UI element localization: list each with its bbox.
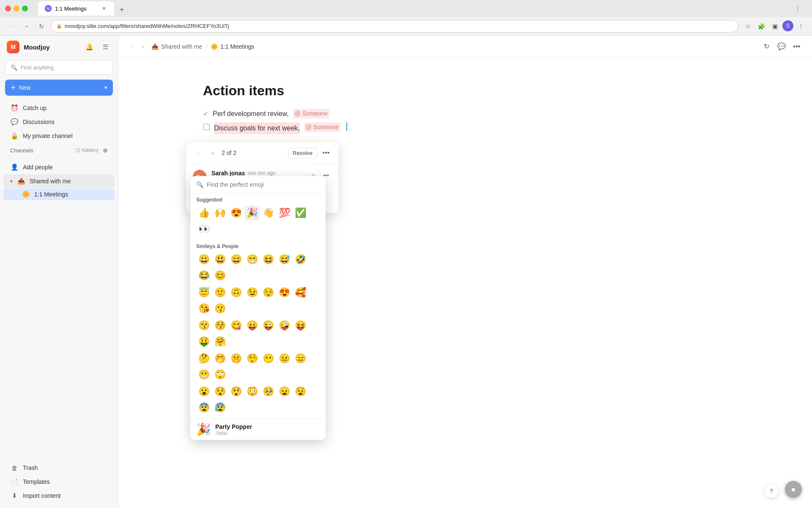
- emoji-relieved[interactable]: 😌: [261, 285, 276, 300]
- new-tab-btn[interactable]: +: [116, 4, 128, 16]
- emoji-heart-eyes[interactable]: 😍: [277, 285, 292, 300]
- emoji-shushing[interactable]: 🤭: [212, 351, 228, 366]
- bookmark-btn[interactable]: ☆: [742, 20, 754, 32]
- emoji-zany[interactable]: 🤪: [277, 318, 292, 333]
- emoji-hushed[interactable]: 😯: [212, 384, 228, 399]
- sidebar-item-templates[interactable]: 📄 Templates: [3, 475, 115, 489]
- emoji-no-mouth[interactable]: 😶: [261, 351, 276, 366]
- minimize-window-btn[interactable]: [14, 6, 19, 11]
- new-button[interactable]: + New ▾: [5, 80, 113, 96]
- emoji-anguished[interactable]: 😧: [293, 384, 308, 399]
- comment-next-btn[interactable]: ›: [207, 147, 218, 158]
- back-btn[interactable]: ←: [5, 20, 17, 32]
- sidebar-item-shared-with-me[interactable]: ▾ 📤 Shared with me: [3, 174, 115, 188]
- sidebar-item-trash[interactable]: 🗑 Trash: [3, 461, 115, 475]
- browser-more-btn[interactable]: ⋮: [792, 3, 804, 14]
- more-options-btn[interactable]: •••: [790, 40, 804, 53]
- emoji-grimacing[interactable]: 😬: [196, 367, 211, 382]
- reload-btn[interactable]: ↻: [36, 20, 47, 32]
- browser-menu-btn[interactable]: ⋮: [795, 20, 807, 32]
- emoji-smiley[interactable]: 😃: [212, 252, 228, 267]
- emoji-smile[interactable]: 😄: [228, 252, 244, 267]
- emoji-expressionless[interactable]: 😑: [293, 351, 308, 366]
- sidebar-item-discussions[interactable]: 💬 Discussions: [3, 115, 115, 129]
- emoji-upside-down[interactable]: 🙃: [228, 285, 244, 300]
- emoji-roll-eyes[interactable]: 🙄: [212, 367, 228, 382]
- comment-btn[interactable]: 💬: [775, 40, 788, 53]
- emoji-fearful[interactable]: 😨: [196, 400, 211, 415]
- emoji-lying[interactable]: 🤥: [244, 351, 260, 366]
- emoji-wink-tongue[interactable]: 😜: [261, 318, 276, 333]
- emoji-pleading[interactable]: 🥺: [261, 384, 276, 399]
- sidebar-item-1-1-meetings[interactable]: 🌼 1:1 Meetings: [3, 188, 115, 200]
- notification-btn[interactable]: 🔔: [83, 41, 95, 53]
- sidebar-item-catchup[interactable]: ⏰ Catch up: [3, 101, 115, 115]
- emoji-wink[interactable]: 😉: [244, 285, 260, 300]
- comment-prev-btn[interactable]: ‹: [193, 147, 204, 158]
- emoji-hearteyes[interactable]: 😍: [228, 205, 244, 221]
- emoji-open-mouth[interactable]: 😮: [196, 384, 211, 399]
- sidebar-item-import[interactable]: ⬇ Import content: [3, 489, 115, 502]
- sidebar-btn[interactable]: ▣: [769, 20, 781, 32]
- emoji-slightly-smile[interactable]: 🙂: [212, 285, 228, 300]
- emoji-neutral[interactable]: 😐: [277, 351, 292, 366]
- emoji-joy[interactable]: 😂: [196, 268, 211, 283]
- checkbox-2[interactable]: [203, 124, 210, 130]
- emoji-stuck-out[interactable]: 😛: [244, 318, 260, 333]
- emoji-check[interactable]: ✅: [293, 205, 308, 221]
- floating-action-btn[interactable]: ●: [785, 481, 802, 498]
- emoji-handraise[interactable]: 🙌: [212, 205, 228, 221]
- emoji-grin[interactable]: 😀: [196, 252, 211, 267]
- emoji-yum[interactable]: 😋: [228, 318, 244, 333]
- maximize-window-btn[interactable]: [22, 6, 28, 11]
- emoji-laughing[interactable]: 😆: [261, 252, 276, 267]
- active-tab[interactable]: M 1:1 Meetings ✕: [38, 1, 114, 16]
- nav-forward-btn[interactable]: ›: [138, 41, 148, 52]
- emoji-halo[interactable]: 😇: [196, 285, 211, 300]
- sidebar-item-add-people[interactable]: 👤 Add people: [3, 160, 115, 174]
- emoji-kissing-heart[interactable]: 😘: [196, 301, 211, 316]
- emoji-thinking[interactable]: 🤔: [196, 351, 211, 366]
- emoji-hugging[interactable]: 🤗: [212, 334, 228, 349]
- resolve-btn[interactable]: Resolve: [288, 148, 317, 158]
- sidebar-toggle-btn[interactable]: ☰: [99, 41, 111, 53]
- emoji-anxious[interactable]: 😰: [212, 400, 228, 415]
- extension-btn[interactable]: 🧩: [755, 20, 767, 32]
- close-window-btn[interactable]: [5, 6, 11, 11]
- sidebar-item-private-channel[interactable]: 🔒 My private channel: [3, 129, 115, 143]
- emoji-hand-over-mouth[interactable]: 🤫: [228, 351, 244, 366]
- emoji-wave[interactable]: 👋: [261, 205, 276, 221]
- forward-btn[interactable]: →: [20, 20, 32, 32]
- mention-2[interactable]: @ Someone: [304, 122, 340, 132]
- emoji-rofl[interactable]: 🤣: [293, 252, 308, 267]
- breadcrumb-parent[interactable]: 📤 Shared with me: [151, 43, 202, 50]
- tab-close-btn[interactable]: ✕: [101, 5, 107, 12]
- emoji-beaming[interactable]: 😁: [244, 252, 260, 267]
- emoji-flushed[interactable]: 😳: [244, 384, 260, 399]
- emoji-blush[interactable]: 😊: [212, 268, 228, 283]
- mention-1[interactable]: @ Someone: [293, 109, 329, 119]
- address-bar[interactable]: 🔒 moodjoy.slite.com/app/filters/sharedWi…: [51, 20, 738, 33]
- emoji-kissing[interactable]: 😗: [212, 301, 228, 316]
- search-bar[interactable]: 🔍 Find anything: [5, 60, 113, 75]
- emoji-sweat-smile[interactable]: 😅: [277, 252, 292, 267]
- sync-btn[interactable]: ↻: [760, 40, 773, 53]
- channels-header[interactable]: Channels (1 hidden) ⊕: [3, 144, 115, 156]
- comment-more-btn[interactable]: •••: [321, 147, 332, 158]
- emoji-frowning-open[interactable]: 😦: [277, 384, 292, 399]
- emoji-astonished[interactable]: 😲: [228, 384, 244, 399]
- profile-avatar[interactable]: S: [782, 20, 793, 31]
- emoji-kissing-smiling[interactable]: 😙: [196, 318, 211, 333]
- emoji-eyes[interactable]: 👀: [196, 221, 211, 237]
- emoji-100[interactable]: 💯: [277, 205, 292, 221]
- emoji-thumbsup[interactable]: 👍: [196, 205, 211, 221]
- emoji-party[interactable]: 🎉: [244, 205, 260, 221]
- nav-back-btn[interactable]: ‹: [127, 41, 137, 52]
- emoji-money-mouth[interactable]: 🤑: [196, 334, 211, 349]
- emoji-kissing-closed[interactable]: 😚: [212, 318, 228, 333]
- emoji-squinting-tongue[interactable]: 😝: [293, 318, 308, 333]
- breadcrumb-current[interactable]: 🌼 1:1 Meetings: [211, 43, 254, 50]
- emoji-search-input[interactable]: [207, 181, 320, 188]
- help-btn[interactable]: ?: [765, 484, 778, 498]
- emoji-smiling-hearts[interactable]: 🥰: [293, 285, 308, 300]
